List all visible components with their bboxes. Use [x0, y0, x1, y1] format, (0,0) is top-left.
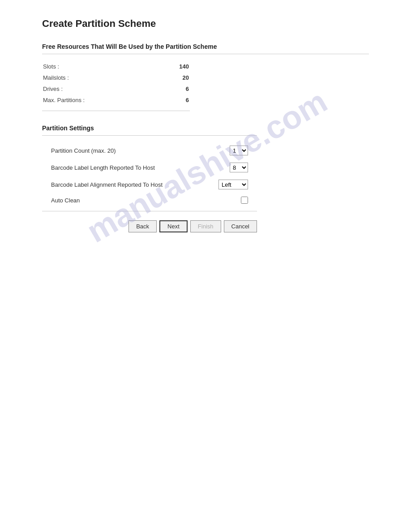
settings-select-1[interactable]: 456789101112: [230, 163, 248, 172]
settings-field-label: Barcode Label Alignment Reported To Host: [51, 181, 218, 188]
resource-row: Drives :6: [43, 84, 189, 94]
settings-row: Barcode Label Alignment Reported To Host…: [42, 176, 257, 193]
resource-value: 20: [142, 73, 189, 83]
resource-value: 6: [142, 95, 189, 105]
cancel-button[interactable]: Cancel: [224, 220, 257, 232]
settings-select-0[interactable]: 12345678910: [230, 146, 248, 155]
settings-field-control[interactable]: 456789101112: [230, 163, 248, 172]
bottom-divider: [42, 111, 190, 111]
free-resources-title: Free Resources That Will Be Used by the …: [42, 43, 369, 50]
back-button[interactable]: Back: [128, 220, 157, 232]
settings-rows: Partition Count (max. 20)12345678910Barc…: [42, 142, 257, 207]
settings-checkbox-3[interactable]: [241, 197, 248, 204]
settings-row: Barcode Label Length Reported To Host456…: [42, 159, 257, 176]
finish-button[interactable]: Finish: [190, 220, 221, 232]
settings-bottom-divider: [42, 211, 257, 211]
settings-field-control[interactable]: [241, 197, 248, 204]
page-title: Create Partition Scheme: [42, 18, 369, 30]
resource-value: 6: [142, 84, 189, 94]
settings-row: Partition Count (max. 20)12345678910: [42, 142, 257, 159]
resource-row: Max. Partitions :6: [43, 95, 189, 105]
resource-label: Drives :: [43, 84, 141, 94]
settings-field-label: Partition Count (max. 20): [51, 147, 230, 154]
top-divider: [42, 54, 369, 54]
resources-table: Slots :140Mailslots :20Drives :6Max. Par…: [42, 60, 190, 106]
partition-settings-section: Partition Settings Partition Count (max.…: [42, 124, 369, 232]
settings-select-2[interactable]: LeftRightCenter: [218, 180, 248, 189]
settings-field-control[interactable]: 12345678910: [230, 146, 248, 155]
settings-divider: [42, 135, 257, 136]
resource-label: Mailslots :: [43, 73, 141, 83]
settings-field-control[interactable]: LeftRightCenter: [218, 180, 248, 189]
settings-row: Auto Clean: [42, 193, 257, 207]
resource-label: Max. Partitions :: [43, 95, 141, 105]
next-button[interactable]: Next: [159, 220, 188, 232]
resource-value: 140: [142, 61, 189, 72]
resource-row: Slots :140: [43, 61, 189, 72]
button-row: Back Next Finish Cancel: [42, 220, 257, 232]
settings-field-label: Auto Clean: [51, 197, 241, 204]
resource-row: Mailslots :20: [43, 73, 189, 83]
resource-label: Slots :: [43, 61, 141, 72]
partition-settings-title: Partition Settings: [42, 124, 369, 132]
free-resources-section: Free Resources That Will Be Used by the …: [42, 43, 369, 111]
settings-field-label: Barcode Label Length Reported To Host: [51, 164, 230, 171]
